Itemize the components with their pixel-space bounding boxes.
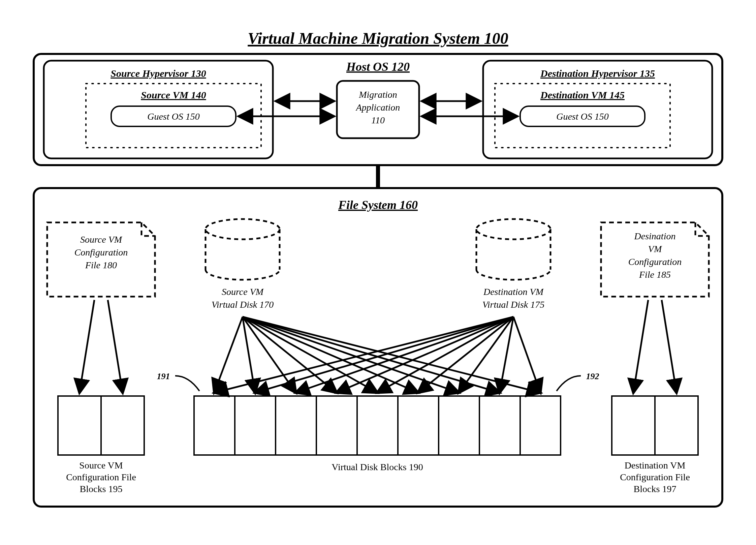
svg-line-18 bbox=[500, 317, 513, 393]
source-vm-label: Source VM 140 bbox=[141, 89, 206, 100]
dest-guest-os-label: Guest OS 150 bbox=[556, 111, 609, 122]
svg-line-3 bbox=[243, 317, 255, 393]
svg-rect-22 bbox=[194, 396, 561, 455]
src-cfg-l1: Source VM bbox=[80, 234, 123, 245]
src-cfg-l3: File 180 bbox=[85, 260, 117, 270]
migration-app-l2: Application bbox=[355, 102, 400, 113]
file-system-label: File System 160 bbox=[338, 198, 418, 212]
svg-line-2 bbox=[214, 317, 243, 393]
dest-virtual-disk: Destination VM Virtual Disk 175 bbox=[476, 219, 550, 310]
arrow-dstcfg-block1 bbox=[633, 300, 648, 393]
dst-blocks-l1: Destination VM bbox=[625, 460, 686, 471]
dest-hypervisor-label: Destination Hypervisor 135 bbox=[540, 68, 655, 79]
ref-192-label: 192 bbox=[586, 371, 599, 381]
dst-blocks-l3: Blocks 197 bbox=[634, 484, 676, 494]
svg-point-1 bbox=[476, 219, 550, 239]
diagram-canvas: Virtual Machine Migration System 100 Hos… bbox=[0, 0, 756, 545]
source-config-file: Source VM Configuration File 180 bbox=[47, 222, 155, 297]
src-blocks-l1: Source VM bbox=[79, 460, 123, 471]
migration-app-l1: Migration bbox=[358, 89, 397, 100]
svg-line-19 bbox=[513, 317, 540, 393]
dst-cfg-l1: Desination bbox=[634, 231, 676, 241]
arrow-srccfg-block1 bbox=[80, 300, 94, 393]
dst-cfg-l3: Configuration bbox=[628, 256, 682, 267]
dst-disk-l2: Virtual Disk 175 bbox=[482, 299, 545, 310]
dst-cfg-l2: VM bbox=[648, 244, 662, 254]
source-hypervisor-label: Source Hypervisor 130 bbox=[111, 68, 206, 79]
arrow-dstcfg-block2 bbox=[662, 300, 676, 393]
src-cfg-l2: Configuration bbox=[74, 247, 128, 258]
svg-line-9 bbox=[243, 317, 500, 393]
main-title: Virtual Machine Migration System 100 bbox=[248, 29, 508, 47]
dest-config-file: Desination VM Configuration File 185 bbox=[601, 222, 709, 297]
svg-line-12 bbox=[255, 317, 513, 393]
arrow-srccfg-block2 bbox=[108, 300, 123, 393]
source-virtual-disk: Source VM Virtual Disk 170 bbox=[206, 219, 280, 310]
dst-disk-l1: Destination VM bbox=[483, 286, 544, 297]
src-blocks-l3: Blocks 195 bbox=[80, 484, 123, 494]
ref-191-label: 191 bbox=[157, 371, 170, 381]
dst-blocks-l2: Configuration File bbox=[620, 472, 690, 482]
src-blocks-l2: Configuration File bbox=[66, 472, 136, 482]
source-config-blocks: Source VM Configuration File Blocks 195 bbox=[58, 396, 144, 494]
dst-cfg-l4: File 185 bbox=[639, 269, 671, 280]
file-system-box bbox=[34, 188, 722, 507]
migration-app-l3: 110 bbox=[371, 115, 385, 125]
ref-191-leader bbox=[175, 376, 199, 391]
virtual-disk-blocks: Virtual Disk Blocks 190 bbox=[194, 396, 561, 472]
svg-point-0 bbox=[206, 219, 280, 239]
vdisk-blocks-label: Virtual Disk Blocks 190 bbox=[332, 462, 423, 472]
connector-bar bbox=[376, 165, 380, 188]
src-disk-l2: Virtual Disk 170 bbox=[212, 299, 274, 310]
host-os-label: Host OS 120 bbox=[346, 60, 410, 73]
source-guest-os-label: Guest OS 150 bbox=[147, 111, 200, 122]
dest-config-blocks: Destination VM Configuration File Blocks… bbox=[612, 396, 698, 494]
src-disk-l1: Source VM bbox=[222, 286, 264, 297]
ref-192-leader bbox=[557, 376, 581, 391]
dest-vm-label: Destination VM 145 bbox=[540, 89, 625, 100]
svg-line-6 bbox=[243, 317, 377, 393]
